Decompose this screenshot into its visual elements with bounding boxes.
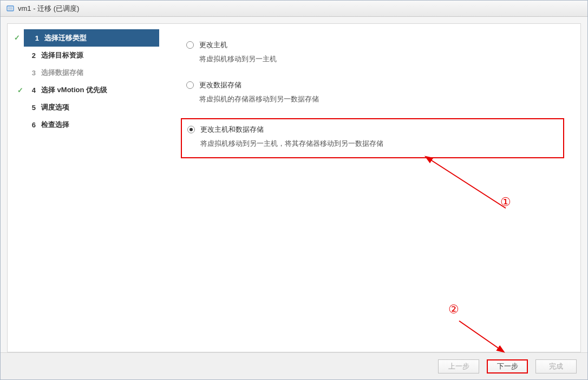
annotation-label-1: ① [500, 195, 511, 209]
step-4[interactable]: ✓ 4 选择 vMotion 优先级 [8, 81, 165, 99]
option-title: 更改数据存储 [199, 80, 241, 90]
step-label: 检查选择 [41, 120, 69, 130]
step-num: 6 [25, 121, 36, 129]
option-desc: 将虚拟机移动到另一主机 [199, 54, 559, 64]
step-num: 2 [25, 51, 36, 60]
step-1[interactable]: 1 选择迁移类型 [24, 29, 159, 47]
step-label: 选择目标资源 [41, 50, 83, 60]
step-num: 4 [25, 86, 36, 94]
vm-icon [6, 4, 15, 13]
wizard-body: 1 选择迁移类型 ✓ 2 选择目标资源 3 选择数据存储 ✓ 4 选择 vMot… [7, 23, 581, 352]
back-button[interactable]: 上一步 [438, 359, 479, 373]
option-change-both[interactable]: 更改主机和数据存储 将虚拟机移动到另一主机，将其存储器移动到另一数据存储 [181, 118, 564, 158]
option-desc: 将虚拟机移动到另一主机，将其存储器移动到另一数据存储 [200, 139, 558, 149]
step-label: 调度选项 [41, 102, 69, 112]
step-label: 选择 vMotion 优先级 [41, 85, 107, 95]
step-3: 3 选择数据存储 [8, 64, 165, 81]
check-icon: ✓ [15, 86, 25, 94]
radio-icon[interactable] [186, 41, 194, 49]
step-label: 选择数据存储 [41, 68, 83, 78]
step-num: 5 [25, 104, 36, 112]
step-num: 1 [28, 34, 39, 42]
radio-icon[interactable] [186, 81, 194, 89]
svg-rect-1 [8, 7, 12, 10]
next-button[interactable]: 下一步 [487, 359, 528, 373]
svg-line-2 [430, 159, 506, 208]
radio-icon[interactable] [187, 126, 195, 133]
check-icon: ✓ [14, 34, 20, 42]
finish-button[interactable]: 完成 [535, 359, 577, 373]
step-2[interactable]: 2 选择目标资源 [8, 47, 165, 64]
window-title: vm1 - 迁移 (已调度) [18, 4, 79, 14]
option-title: 更改主机 [199, 40, 227, 50]
option-change-datastore[interactable]: 更改数据存储 将虚拟机的存储器移动到另一数据存储 [181, 78, 564, 106]
step-num: 3 [25, 69, 36, 77]
step-sidebar: 1 选择迁移类型 ✓ 2 选择目标资源 3 选择数据存储 ✓ 4 选择 vMot… [8, 24, 165, 352]
option-title: 更改主机和数据存储 [200, 125, 264, 134]
main-panel: 更改主机 将虚拟机移动到另一主机 更改数据存储 将虚拟机的存储器移动到另一数据存… [165, 24, 580, 352]
option-desc: 将虚拟机的存储器移动到另一数据存储 [199, 94, 559, 104]
step-5[interactable]: 5 调度选项 [8, 99, 165, 116]
step-6[interactable]: 6 检查选择 [8, 116, 165, 133]
migrate-wizard-window: vm1 - 迁移 (已调度) 1 选择迁移类型 ✓ 2 选择目标资源 3 选择数… [0, 0, 588, 380]
step-label: 选择迁移类型 [44, 33, 87, 43]
annotation-label-2: ② [448, 302, 459, 317]
footer: 上一步 下一步 完成 [1, 352, 587, 379]
titlebar: vm1 - 迁移 (已调度) [1, 1, 587, 17]
option-change-host[interactable]: 更改主机 将虚拟机移动到另一主机 [181, 38, 564, 66]
